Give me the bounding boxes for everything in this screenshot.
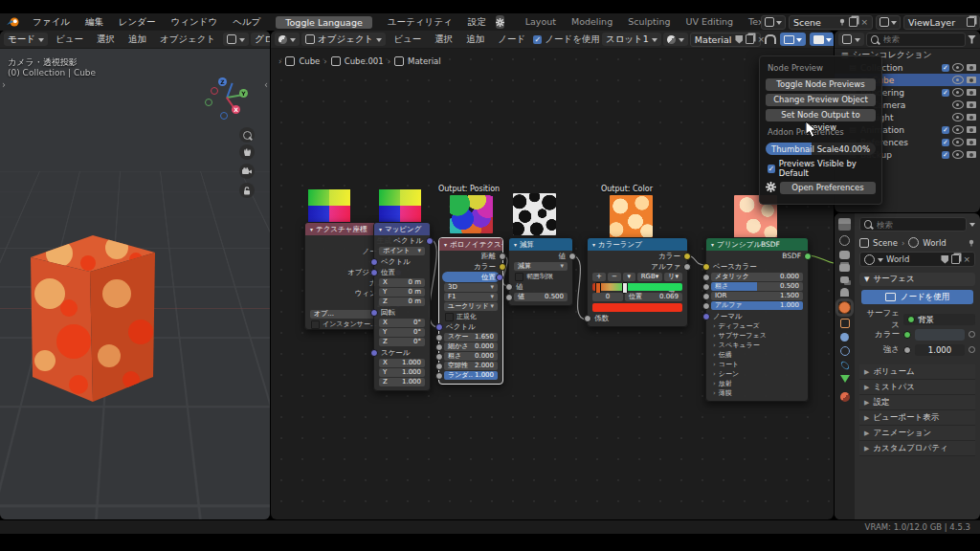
zoom-tool-icon[interactable] (239, 127, 255, 143)
node-preview-dropdown[interactable] (780, 33, 806, 46)
input-socket[interactable] (702, 293, 710, 300)
navigation-gizmo[interactable]: Z Y X (205, 76, 249, 120)
panel-header[interactable]: ▶アニメーション (859, 426, 975, 441)
bsdf-panel-row[interactable]: ›伝播 (706, 350, 808, 360)
input-socket[interactable] (435, 323, 443, 331)
node-output-row[interactable]: BSDF (706, 251, 808, 261)
panel-header[interactable]: ▶ミストパス (859, 380, 975, 395)
node-input-row[interactable]: 回転 (374, 307, 430, 318)
output-socket[interactable] (499, 263, 506, 271)
bsdf-panel-row[interactable]: ›薄膜 (706, 388, 808, 398)
vector-field[interactable]: Z0 m (379, 298, 425, 306)
lock-icon[interactable] (239, 183, 255, 198)
previews-visible-toggle[interactable]: ✓ Previews Visible by Default (768, 159, 874, 178)
editor-type-icon[interactable] (838, 218, 851, 231)
value-field[interactable]: 値0.500 (514, 293, 568, 301)
node-output-row[interactable]: 位置 (442, 272, 500, 282)
menubar-item[interactable]: 編集 (78, 16, 111, 29)
exclude-checkbox-icon[interactable]: ✓ (942, 126, 949, 134)
output-tab-icon[interactable] (839, 264, 850, 272)
hide-eye-icon[interactable] (952, 76, 964, 84)
transform-pivot-dropdown[interactable] (223, 33, 249, 46)
input-socket[interactable] (370, 309, 378, 317)
object-tab-icon[interactable] (840, 319, 850, 328)
exclude-checkbox-icon[interactable]: ✓ (942, 151, 949, 159)
bsdf-panel-row[interactable]: ›放射 (706, 379, 808, 388)
node-header[interactable]: ▾プリンシプルBSDF (706, 238, 808, 251)
node-output-row[interactable]: カラー (588, 251, 687, 261)
display-mode-dropdown[interactable] (838, 33, 864, 46)
output-socket[interactable] (496, 274, 503, 281)
pin-icon[interactable] (968, 239, 975, 247)
node-input-row[interactable]: 位置 (374, 267, 430, 277)
viewport-menu-object[interactable]: オブジェクト (154, 33, 221, 46)
node-input-row[interactable]: スケール (374, 347, 430, 358)
disable-render-camera-icon[interactable] (967, 101, 976, 108)
copy-icon[interactable] (746, 34, 754, 44)
mode-dropdown[interactable]: モード (4, 33, 48, 46)
tool-tab-icon[interactable] (839, 235, 850, 246)
bsdf-panel-row[interactable]: ›シーン (706, 369, 808, 379)
node-canvas[interactable]: ›Cube›Cube.001›Material Output: Position… (271, 49, 834, 519)
gizmo-z-axis[interactable]: Z (218, 77, 227, 86)
voronoi-slider[interactable]: 空隙性2.000 (444, 362, 498, 370)
gizmo-z-neg[interactable] (220, 112, 228, 120)
input-socket[interactable] (435, 353, 443, 361)
orientation-dropdown[interactable]: グローバル (251, 33, 270, 46)
disable-render-camera-icon[interactable] (967, 151, 976, 158)
voronoi-dropdown[interactable]: 3D▾ (444, 283, 498, 292)
input-socket[interactable] (505, 283, 513, 291)
open-preferences-button[interactable]: Open Preferences (780, 182, 876, 194)
output-socket[interactable] (568, 253, 576, 260)
disable-render-camera-icon[interactable] (967, 139, 976, 145)
popup-button[interactable]: Set Node Output to Preview (766, 109, 876, 121)
menubar-settings[interactable]: 設定 (460, 16, 494, 29)
viewport-canvas[interactable]: カメラ・透視投影 (0) Collection | Cube › ‹ (0, 49, 270, 519)
toggle-language-button[interactable]: Toggle Language (276, 16, 371, 29)
disable-render-camera-icon[interactable] (967, 64, 976, 71)
bsdf-slider[interactable]: IOR1.500 (711, 292, 803, 300)
menubar-item[interactable]: ヘルプ (225, 16, 268, 29)
stop-index-field[interactable]: 0 (592, 293, 623, 301)
pin-icon[interactable] (838, 18, 846, 26)
hide-eye-icon[interactable] (952, 113, 964, 121)
scene-selector[interactable]: Scene × (789, 15, 873, 30)
output-socket[interactable] (426, 237, 434, 245)
node-output-row[interactable]: カラー (439, 261, 502, 272)
ramp-options-dropdown[interactable]: ▾ (623, 273, 635, 281)
surface-panel-header[interactable]: ▼サーフェス (859, 273, 975, 286)
popup-button[interactable]: Toggle Node Previews (766, 78, 876, 91)
toolbar-expand-icon[interactable]: › (2, 79, 6, 90)
snapping-magnet-icon[interactable] (765, 34, 776, 44)
gizmo-x-neg[interactable] (211, 87, 218, 95)
world-color-swatch[interactable] (915, 329, 965, 341)
shader-menu-view[interactable]: ビュー (388, 33, 427, 46)
remove-stop-button[interactable]: − (608, 273, 621, 281)
use-nodes-toggle[interactable]: ✓ノードを使用 (533, 33, 600, 46)
blender-logo-icon[interactable] (6, 16, 21, 28)
material-slot-dropdown[interactable]: スロット1 (602, 33, 661, 46)
voronoi-slider[interactable]: 粗さ0.000 (444, 352, 498, 361)
interpolation-dropdown[interactable]: リニア▾ (664, 273, 682, 281)
node-input-row[interactable]: ベクトル (439, 321, 502, 332)
disable-render-camera-icon[interactable] (967, 114, 976, 121)
gizmo-x-axis[interactable]: X (232, 105, 240, 114)
vector-field[interactable]: Z0° (379, 338, 425, 346)
viewport-menu-add[interactable]: 追加 (122, 33, 152, 46)
unlink-icon[interactable]: × (963, 254, 970, 264)
input-socket[interactable] (702, 263, 710, 271)
copy-icon[interactable] (951, 254, 960, 264)
output-socket[interactable] (683, 253, 691, 260)
camera-view-icon[interactable] (239, 164, 255, 179)
scene-browse-icon[interactable] (761, 15, 786, 30)
close-icon[interactable]: × (860, 17, 868, 27)
input-socket[interactable] (435, 372, 443, 380)
disable-render-camera-icon[interactable] (967, 126, 976, 133)
input-socket[interactable] (702, 283, 710, 291)
keyframe-dot-icon[interactable] (969, 346, 975, 353)
viewport-menu-view[interactable]: ビュー (50, 33, 89, 46)
material-name-field[interactable]: Material × (690, 33, 761, 47)
node-voronoi-texture[interactable]: ▾ボロノイテクスチャ 距離カラー位置 3D▾F1▾ユークリッド▾ 正規化 ベクト… (438, 237, 503, 385)
voronoi-dropdown[interactable]: F1▾ (444, 293, 498, 301)
pan-tool-icon[interactable] (239, 144, 255, 160)
